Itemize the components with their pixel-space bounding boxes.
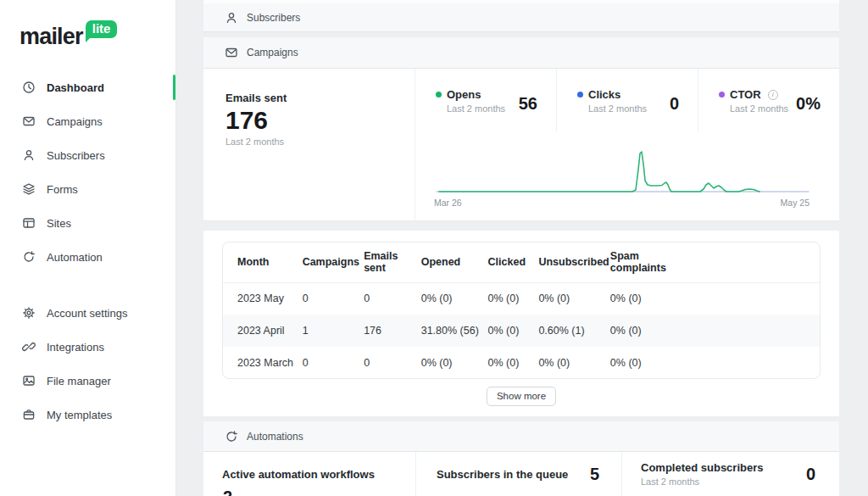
refresh-icon bbox=[22, 250, 36, 264]
legend-dot-icon bbox=[436, 92, 442, 98]
sidebar-item-dashboard[interactable]: Dashboard bbox=[0, 70, 175, 104]
section-header-label: Subscribers bbox=[247, 12, 300, 24]
mailerlite-logo[interactable]: mailer lite bbox=[19, 24, 117, 49]
table-row: 2023 May000% (0)0% (0)0% (0)0% (0) bbox=[223, 282, 820, 315]
refresh-icon bbox=[225, 430, 238, 443]
sidebar-item-label: Integrations bbox=[47, 341, 104, 354]
completed-label: Completed subscribers bbox=[641, 461, 764, 474]
sidebar-item-automation[interactable]: Automation bbox=[0, 240, 175, 274]
gear-icon bbox=[22, 306, 36, 320]
sidebar-item-label: Account settings bbox=[47, 307, 127, 320]
table-cell: 0% (0) bbox=[488, 347, 539, 379]
metric-cell-ctor: CTOR i Last 2 months 0% bbox=[698, 69, 839, 131]
sidebar-item-subscribers[interactable]: Subscribers bbox=[0, 138, 175, 172]
table-cell: 0% (0) bbox=[538, 282, 609, 315]
metric-value: 56 bbox=[519, 94, 537, 114]
x-axis-start-label: Mar 26 bbox=[434, 198, 462, 208]
column-header: Month bbox=[223, 242, 303, 282]
section-header-label: Campaigns bbox=[247, 47, 298, 59]
legend-dot-icon bbox=[577, 92, 583, 98]
emails-sent-value: 176 bbox=[225, 107, 415, 134]
column-header: Campaigns bbox=[303, 242, 364, 282]
completed-subscribers-stat: Completed subscribers Last 2 months 0 bbox=[621, 452, 839, 496]
table-row: 2023 March000% (0)0% (0)0% (0)0% (0) bbox=[223, 347, 820, 379]
sidebar-item-file-manager[interactable]: File manager bbox=[0, 364, 175, 398]
table-cell: 0% (0) bbox=[421, 282, 488, 315]
metric-cell-clicks: Clicks i Last 2 months 0 bbox=[557, 69, 698, 131]
show-more-button[interactable]: Show more bbox=[487, 387, 556, 406]
metric-value: 0 bbox=[670, 94, 679, 114]
section-header-automations[interactable]: Automations bbox=[203, 421, 839, 452]
queue-value: 5 bbox=[590, 465, 599, 484]
layers-icon bbox=[22, 182, 36, 196]
sidebar-item-my-templates[interactable]: My templates bbox=[0, 398, 175, 432]
monthly-stats-table: MonthCampaignsEmails sentOpenedClickedUn… bbox=[222, 242, 821, 379]
image-icon bbox=[22, 374, 36, 387]
campaigns-stats-panel: Emails sent 176 Last 2 months Opens i La… bbox=[203, 69, 839, 221]
automations-stats-panel: Active automation workflows 2 Subscriber… bbox=[203, 452, 839, 496]
sidebar-item-label: Subscribers bbox=[47, 149, 105, 162]
table-cell: 0% (0) bbox=[488, 315, 539, 347]
monthly-table-panel: MonthCampaignsEmails sentOpenedClickedUn… bbox=[203, 231, 839, 416]
active-workflows-value: 2 bbox=[223, 488, 415, 496]
table-cell: 0 bbox=[364, 282, 421, 315]
metric-label: CTOR bbox=[730, 88, 761, 101]
table-cell: 0% (0) bbox=[488, 282, 539, 315]
active-workflows-stat: Active automation workflows 2 bbox=[203, 452, 415, 496]
completed-value: 0 bbox=[806, 465, 815, 484]
table-cell: 0 bbox=[303, 282, 364, 315]
chart-x-axis: Mar 26 May 25 bbox=[434, 198, 810, 208]
briefcase-icon bbox=[22, 408, 36, 421]
column-header: Emails sent bbox=[364, 242, 421, 282]
browser-icon bbox=[22, 216, 36, 230]
queue-stat: Subscribers in the queue 5 bbox=[415, 452, 621, 496]
sidebar-item-campaigns[interactable]: Campaigns bbox=[0, 104, 175, 138]
column-header: Unsubscribed bbox=[538, 242, 609, 282]
metric-label: Opens bbox=[447, 88, 481, 101]
nav-divider-gap bbox=[0, 274, 175, 296]
info-icon[interactable]: i bbox=[768, 90, 778, 100]
section-header-label: Automations bbox=[247, 431, 303, 443]
table-cell: 2023 April bbox=[223, 315, 303, 347]
column-header: Opened bbox=[421, 242, 488, 282]
sidebar-item-sites[interactable]: Sites bbox=[0, 206, 175, 240]
table-header-row: MonthCampaignsEmails sentOpenedClickedUn… bbox=[223, 242, 820, 282]
sidebar-item-label: Forms bbox=[47, 183, 78, 196]
table-cell: 176 bbox=[364, 315, 421, 347]
person-icon bbox=[225, 11, 238, 25]
table-cell: 0.60% (1) bbox=[538, 315, 609, 347]
emails-sent-stat: Emails sent 176 Last 2 months bbox=[203, 69, 415, 221]
metric-cell-opens: Opens i Last 2 months 56 bbox=[415, 69, 557, 131]
sidebar-item-forms[interactable]: Forms bbox=[0, 172, 175, 206]
sidebar-item-label: File manager bbox=[47, 375, 111, 387]
column-header: Clicked bbox=[488, 242, 539, 282]
table-cell: 0 bbox=[303, 347, 364, 379]
series-opens bbox=[439, 152, 760, 192]
sidebar-item-integrations[interactable]: Integrations bbox=[0, 330, 175, 364]
envelope-icon bbox=[22, 114, 36, 128]
x-axis-end-label: May 25 bbox=[781, 198, 810, 208]
emails-sent-label: Emails sent bbox=[225, 92, 415, 104]
sidebar-nav: Dashboard Campaigns Subscribers Forms Si… bbox=[0, 70, 175, 432]
envelope-icon bbox=[225, 46, 238, 59]
metric-cells: Opens i Last 2 months 56 Clicks i Last 2… bbox=[415, 69, 839, 131]
completed-period: Last 2 months bbox=[641, 476, 764, 487]
metric-value: 0% bbox=[796, 94, 821, 114]
sidebar-item-label: Dashboard bbox=[47, 81, 104, 94]
sidebar-item-label: Campaigns bbox=[47, 115, 103, 128]
table-cell: 31.80% (56) bbox=[421, 315, 488, 347]
table-cell: 2023 May bbox=[223, 282, 303, 315]
sidebar: mailer lite Dashboard Campaigns Subscrib… bbox=[0, 0, 176, 496]
section-header-campaigns[interactable]: Campaigns bbox=[203, 37, 839, 69]
link-icon bbox=[22, 340, 36, 354]
metric-period: Last 2 months bbox=[447, 103, 505, 114]
table-cell: 0% (0) bbox=[610, 347, 820, 379]
table-row: 2023 April117631.80% (56)0% (0)0.60% (1)… bbox=[223, 315, 820, 347]
section-header-subscribers[interactable]: Subscribers bbox=[203, 3, 839, 32]
logo-lite-badge: lite bbox=[86, 20, 118, 38]
logo-text: mailer bbox=[19, 24, 83, 49]
active-workflows-label: Active automation workflows bbox=[222, 468, 415, 481]
legend-dot-icon bbox=[719, 92, 725, 98]
sidebar-item-account-settings[interactable]: Account settings bbox=[0, 296, 175, 330]
metric-period: Last 2 months bbox=[588, 103, 647, 114]
